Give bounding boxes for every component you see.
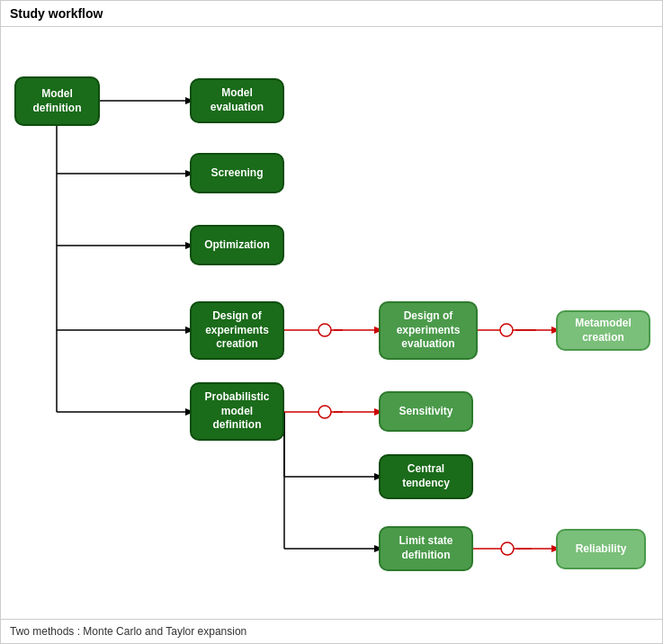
node-metamodel-creation[interactable]: Metamodelcreation	[556, 310, 650, 351]
node-limit-state-definition[interactable]: Limit statedefinition	[379, 526, 473, 571]
node-optimization[interactable]: Optimization	[190, 225, 284, 265]
node-central-tendency-label: Centraltendency	[402, 462, 450, 490]
node-limit-state-definition-label: Limit statedefinition	[399, 534, 452, 562]
node-probabilistic-model-definition-label: Probabilisticmodeldefinition	[204, 390, 269, 433]
svg-point-18	[318, 324, 331, 336]
main-container: Study workflow	[0, 0, 663, 644]
node-model-definition-label: Modeldefinition	[33, 87, 82, 115]
footer-text: Two methods : Monte Carlo and Taylor exp…	[1, 619, 662, 643]
title-bar: Study workflow	[1, 1, 662, 27]
node-doe-evaluation[interactable]: Design ofexperimentsevaluation	[379, 301, 478, 360]
node-sensitivity[interactable]: Sensitivity	[379, 391, 473, 432]
node-model-evaluation-label: Modelevaluation	[211, 86, 264, 114]
node-doe-evaluation-label: Design ofexperimentsevaluation	[397, 309, 461, 352]
svg-point-26	[318, 406, 331, 418]
node-metamodel-creation-label: Metamodelcreation	[575, 317, 632, 344]
svg-point-30	[501, 542, 514, 555]
node-sensitivity-label: Sensitivity	[399, 405, 452, 419]
node-model-definition[interactable]: Modeldefinition	[14, 76, 100, 126]
node-probabilistic-model-definition[interactable]: Probabilisticmodeldefinition	[190, 382, 284, 441]
node-model-evaluation[interactable]: Modelevaluation	[190, 78, 284, 123]
node-reliability[interactable]: Reliability	[556, 529, 646, 569]
svg-point-22	[500, 324, 513, 336]
footer-label: Two methods : Monte Carlo and Taylor exp…	[10, 625, 246, 638]
node-screening[interactable]: Screening	[190, 153, 284, 193]
node-screening-label: Screening	[211, 166, 263, 181]
node-optimization-label: Optimization	[204, 238, 270, 253]
diagram-area: Modeldefinition Modelevaluation Screenin…	[1, 27, 662, 619]
node-reliability-label: Reliability	[576, 542, 627, 557]
node-doe-creation-label: Design ofexperimentscreation	[205, 309, 269, 352]
node-central-tendency[interactable]: Centraltendency	[379, 454, 473, 499]
node-doe-creation[interactable]: Design ofexperimentscreation	[190, 301, 284, 360]
page-title: Study workflow	[10, 6, 103, 21]
